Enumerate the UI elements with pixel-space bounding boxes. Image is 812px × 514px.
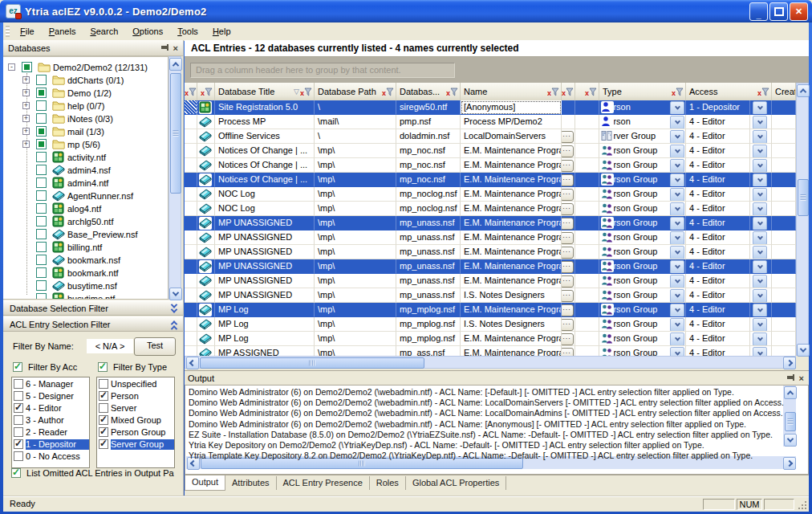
tree-checkbox-unchecked[interactable]: [36, 165, 47, 175]
access-dropdown-button[interactable]: [753, 347, 767, 356]
checkbox-unchecked[interactable]: [14, 451, 23, 461]
filter-funnel-icon[interactable]: x: [446, 88, 458, 96]
tree-checkbox-unchecked[interactable]: [36, 190, 47, 201]
acl-entry-row[interactable]: MP UNASSIGNED\mp\mp_unass.nsfE.M. Mainte…: [185, 259, 796, 274]
tree-item[interactable]: billing.ntf: [3, 241, 168, 254]
acl-entry-row[interactable]: Notices Of Change | ...\mp\mp_noc.nsfE.M…: [185, 173, 796, 187]
expander-plus-icon[interactable]: +: [22, 89, 30, 96]
tree-checkbox-unchecked[interactable]: [36, 100, 47, 111]
type-dropdown-button[interactable]: [670, 116, 684, 129]
column-header-create[interactable]: Create: [772, 83, 796, 100]
grid-hscrollbar[interactable]: [185, 356, 796, 369]
grid-hscrollbar-thumb[interactable]: [200, 357, 424, 369]
acl-entry-row[interactable]: MP UNASSIGNED\mp\mp_unass.nsfE.M. Mainte…: [185, 230, 796, 245]
scroll-up-icon[interactable]: [797, 84, 810, 97]
access-dropdown-button[interactable]: [753, 202, 767, 216]
column-header-database_title[interactable]: Database Title▽x: [215, 83, 315, 100]
tab-attributes[interactable]: Attributes: [225, 476, 276, 490]
tree-checkbox-unchecked[interactable]: [36, 267, 47, 278]
access-filter-item[interactable]: 6 - Manager: [12, 378, 89, 390]
close-button[interactable]: ✕: [790, 2, 808, 21]
tree-checkbox-checked[interactable]: [36, 126, 47, 137]
scroll-down-icon[interactable]: [169, 288, 182, 300]
tree-checkbox-unchecked[interactable]: [36, 293, 47, 300]
access-dropdown-button[interactable]: [753, 101, 767, 115]
column-header-access[interactable]: Accessx: [686, 83, 772, 100]
type-dropdown-button[interactable]: [670, 159, 684, 173]
acl-entry-row[interactable]: MP ASSIGNED\mp\mp_ass.nsfE.M. Maintenanc…: [185, 346, 796, 356]
menu-help[interactable]: Help: [205, 24, 238, 39]
type-dropdown-button[interactable]: [670, 130, 684, 144]
access-filter-item[interactable]: 0 - No Access: [12, 451, 89, 463]
menu-grip[interactable]: [6, 26, 10, 37]
acl-entry-row[interactable]: Notices Of Change | ...\mp\mp_noc.nsfE.M…: [185, 158, 796, 173]
access-dropdown-button[interactable]: [753, 260, 767, 274]
tab-global-acl-properties[interactable]: Global ACL Properties: [406, 476, 506, 490]
filter-by-type-checkbox[interactable]: ✓ Filter By Type: [98, 362, 167, 373]
filter-funnel-icon[interactable]: x: [585, 88, 597, 96]
acl-entry-row[interactable]: MP Log\mp\mp_mplog.nsfI.S. Notes Designe…: [185, 317, 796, 332]
ellipsis-button[interactable]: ...: [562, 189, 574, 201]
acl-entry-row[interactable]: Offline Services\doladmin.nsfLocalDomain…: [185, 129, 796, 144]
access-dropdown-button[interactable]: [753, 332, 767, 346]
access-dropdown-button[interactable]: [753, 116, 767, 129]
filter-by-name-value[interactable]: < N/A >: [87, 339, 133, 353]
checkbox-checked[interactable]: ✓: [14, 439, 23, 449]
type-dropdown-button[interactable]: [670, 289, 684, 303]
type-dropdown-button[interactable]: [670, 260, 684, 274]
tab-acl-entry-presence[interactable]: ACL Entry Presence: [277, 476, 370, 490]
type-filter-item[interactable]: Server: [97, 402, 174, 414]
maximize-button[interactable]: [769, 2, 788, 21]
acl-entry-row[interactable]: Process MP\mail\pmp.nsfProcess MP/Demo2P…: [185, 115, 796, 129]
type-dropdown-button[interactable]: [670, 332, 684, 346]
menu-panels[interactable]: Panels: [42, 24, 83, 39]
tree-checkbox-unchecked[interactable]: [36, 216, 47, 226]
scroll-right-icon[interactable]: [783, 457, 796, 470]
type-dropdown-button[interactable]: [670, 188, 684, 202]
checkbox-icon[interactable]: ✓: [98, 362, 108, 372]
type-filter-item[interactable]: Unspecified: [97, 378, 174, 390]
checkbox-icon[interactable]: ✓: [13, 362, 22, 372]
access-dropdown-button[interactable]: [753, 318, 767, 332]
filter-funnel-icon[interactable]: x: [547, 88, 559, 96]
tree-scrollbar-thumb[interactable]: [170, 73, 181, 194]
access-filter-item[interactable]: ✓4 - Editor: [12, 402, 89, 414]
tree-checkbox-unchecked[interactable]: [36, 280, 47, 291]
expander-plus-icon[interactable]: +: [22, 128, 30, 135]
scroll-down-icon[interactable]: [784, 434, 797, 447]
menu-tools[interactable]: Tools: [170, 24, 205, 39]
tree-checkbox-checked[interactable]: [36, 88, 47, 98]
scroll-left-icon[interactable]: [186, 357, 199, 369]
type-dropdown-button[interactable]: [670, 347, 684, 356]
type-filter-item[interactable]: ✓Mixed Group: [97, 414, 174, 426]
type-dropdown-button[interactable]: [670, 173, 684, 187]
type-dropdown-button[interactable]: [670, 202, 684, 216]
tree-checkbox-unchecked[interactable]: [36, 229, 47, 239]
tree-item[interactable]: archlg50.ntf: [3, 215, 168, 228]
type-filter-item[interactable]: ✓Person: [97, 390, 174, 402]
acl-entry-row[interactable]: NOC Log\mp\mp_noclog.nsfE.M. Maintenance…: [185, 187, 796, 202]
ellipsis-button[interactable]: ...: [562, 218, 574, 230]
tree-checkbox-unchecked[interactable]: [36, 203, 47, 214]
ellipsis-button[interactable]: ...: [562, 145, 574, 157]
output-vscrollbar[interactable]: [783, 386, 796, 447]
ellipsis-button[interactable]: ...: [562, 131, 574, 143]
acl-entry-row[interactable]: MP UNASSIGNED\mp\mp_unass.nsfE.M. Mainte…: [185, 274, 796, 288]
acl-entry-selection-filter-bar[interactable]: ACL Entry Selection Filter: [3, 316, 183, 332]
tree-checkbox-unchecked[interactable]: [36, 177, 47, 188]
type-dropdown-button[interactable]: [670, 275, 684, 288]
type-filter-item[interactable]: ✓Person Group: [97, 426, 174, 439]
database-selection-filter-bar[interactable]: Database Selection Filter: [3, 300, 183, 316]
ellipsis-button[interactable]: ...: [562, 290, 574, 302]
pin-icon[interactable]: [161, 44, 168, 52]
acl-entry-row[interactable]: MP UNASSIGNED\mp\mp_unass.nsfI.S. Notes …: [185, 288, 796, 303]
ellipsis-button[interactable]: ...: [562, 333, 574, 345]
scroll-right-icon[interactable]: [783, 357, 796, 369]
column-header-filter[interactable]: x: [197, 83, 215, 100]
tree-item[interactable]: +iNotes (0/3): [3, 112, 168, 125]
tree-item[interactable]: +mp (5/6): [3, 138, 168, 151]
acl-entry-row[interactable]: MP UNASSIGNED\mp\mp_unass.nsfE.M. Mainte…: [185, 245, 796, 259]
acl-entry-row[interactable]: MP UNASSIGNED\mp\mp_unass.nsfE.M. Mainte…: [185, 216, 796, 230]
type-dropdown-button[interactable]: [670, 304, 684, 317]
filter-by-access-checkbox[interactable]: ✓ Filter By Acc: [13, 362, 77, 373]
